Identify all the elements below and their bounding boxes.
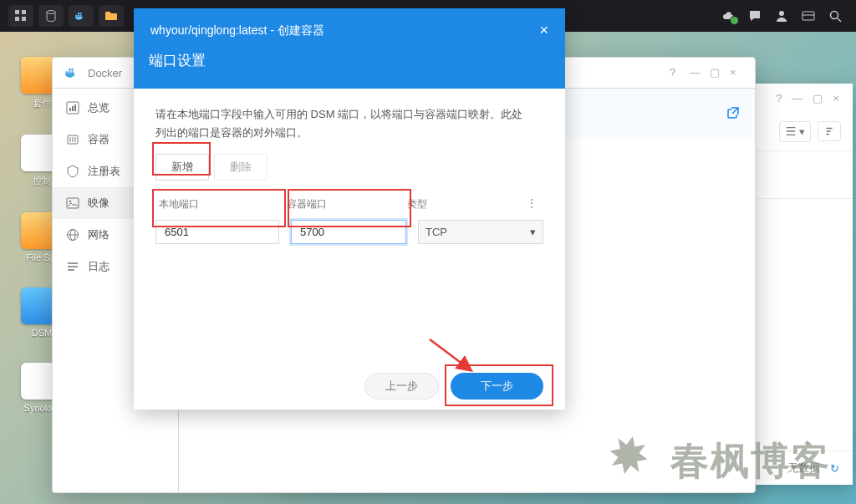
- sidebar-item-label: 总览: [88, 100, 110, 115]
- svg-rect-5: [75, 15, 77, 17]
- image-icon: [66, 196, 79, 210]
- overview-icon: [66, 101, 79, 115]
- add-button[interactable]: 新增: [155, 154, 209, 181]
- svg-point-4: [47, 11, 55, 14]
- card-icon[interactable]: [799, 7, 818, 25]
- dialog-hint: 请在本地端口字段中输入可用的 DSM 端口，以将端口与容器端口映射。此处列出的端…: [155, 105, 523, 142]
- registry-icon: [66, 165, 79, 178]
- svg-rect-8: [78, 13, 79, 14]
- svg-rect-22: [72, 106, 74, 111]
- desktop-item-label: DSM: [32, 328, 52, 338]
- svg-rect-21: [69, 108, 71, 111]
- svg-rect-9: [80, 13, 82, 14]
- svg-point-29: [69, 201, 71, 202]
- no-data-label: 无数据: [787, 461, 820, 476]
- taskbar-app-btn[interactable]: [8, 5, 33, 27]
- chat-icon[interactable]: [746, 7, 764, 25]
- svg-rect-19: [71, 69, 74, 71]
- desktop-item-label: 控制: [33, 175, 51, 187]
- sidebar-item-label: 容器: [88, 132, 110, 147]
- docker-logo-icon: [64, 67, 81, 79]
- local-port-input[interactable]: [155, 220, 279, 244]
- svg-rect-17: [71, 71, 74, 74]
- col-header-type: 类型: [407, 197, 511, 211]
- svg-line-14: [838, 18, 841, 22]
- col-header-container: 容器端口: [287, 197, 395, 211]
- taskbar-docker-icon[interactable]: [69, 5, 94, 27]
- minimize-icon[interactable]: —: [792, 92, 802, 104]
- dialog-section-title: 端口设置: [149, 51, 548, 70]
- user-icon[interactable]: [772, 7, 791, 25]
- svg-rect-16: [69, 71, 71, 74]
- sidebar-item-label: 映像: [88, 196, 110, 211]
- col-header-more[interactable]: ⋮: [522, 197, 540, 211]
- svg-rect-11: [802, 12, 814, 20]
- container-port-input[interactable]: [291, 220, 406, 244]
- svg-rect-0: [15, 10, 19, 14]
- reload-icon[interactable]: ↻: [830, 462, 839, 475]
- container-icon: [66, 133, 79, 146]
- taskbar-db-icon[interactable]: [38, 5, 64, 27]
- minimize-icon[interactable]: —: [690, 66, 703, 79]
- svg-rect-18: [69, 69, 71, 71]
- type-select[interactable]: TCP ▾: [418, 220, 543, 244]
- open-external-icon[interactable]: [726, 106, 740, 122]
- delete-button[interactable]: 删除: [214, 154, 268, 181]
- maximize-icon[interactable]: ▢: [710, 66, 723, 79]
- col-header-local: 本地端口: [159, 197, 275, 211]
- chevron-down-icon: ▾: [530, 226, 536, 238]
- svg-point-13: [831, 12, 838, 19]
- svg-rect-2: [15, 17, 19, 21]
- sidebar-item-label: 注册表: [88, 164, 120, 179]
- help-icon[interactable]: ?: [776, 92, 782, 104]
- svg-rect-1: [22, 10, 26, 14]
- close-icon[interactable]: ×: [833, 92, 839, 104]
- dialog-header: whyour/qinglong:latest - 创建容器 × 端口设置: [134, 8, 565, 89]
- desktop-item-label: 套件: [33, 97, 51, 109]
- svg-point-10: [779, 11, 784, 16]
- help-icon[interactable]: ?: [670, 66, 683, 79]
- log-icon: [66, 260, 79, 273]
- sort-toggle-btn[interactable]: [818, 121, 841, 141]
- list-toggle-btn[interactable]: ▾: [779, 121, 811, 142]
- maximize-icon[interactable]: ▢: [813, 92, 823, 104]
- svg-rect-3: [22, 17, 26, 21]
- prev-step-button[interactable]: 上一步: [364, 373, 439, 400]
- svg-rect-15: [66, 71, 69, 74]
- close-icon[interactable]: ×: [730, 66, 743, 79]
- sidebar-item-label: 网络: [88, 227, 110, 242]
- close-icon[interactable]: ×: [539, 22, 548, 39]
- taskbar-folder-icon[interactable]: [99, 5, 124, 27]
- svg-rect-23: [74, 104, 76, 111]
- svg-rect-7: [80, 15, 82, 17]
- svg-rect-28: [67, 198, 79, 208]
- dialog-title: whyour/qinglong:latest - 创建容器: [150, 23, 324, 38]
- next-step-button[interactable]: 下一步: [451, 373, 543, 400]
- cloud-status-icon[interactable]: [719, 7, 737, 25]
- create-container-dialog: whyour/qinglong:latest - 创建容器 × 端口设置 请在本…: [134, 8, 565, 410]
- network-icon: [66, 228, 79, 242]
- sidebar-item-label: 日志: [88, 259, 110, 274]
- type-select-value: TCP: [425, 226, 447, 238]
- search-icon[interactable]: [826, 7, 844, 25]
- svg-rect-6: [78, 15, 79, 17]
- panel-title: Docker: [88, 67, 122, 79]
